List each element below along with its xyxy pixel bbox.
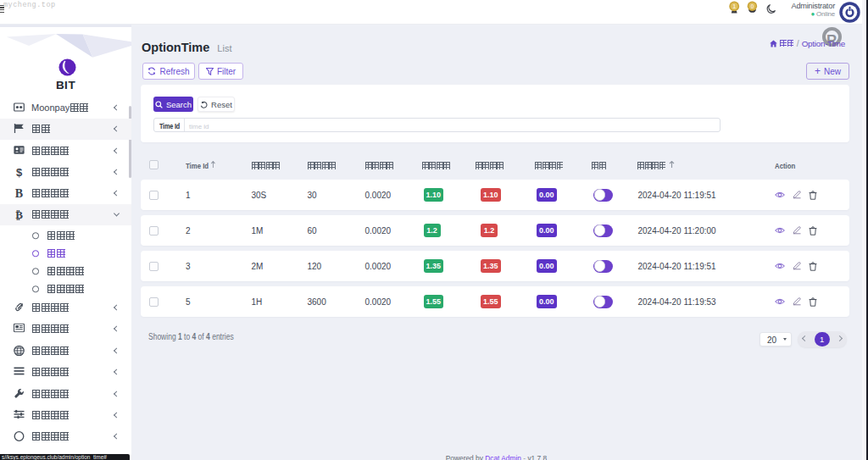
svg-text:1: 1 bbox=[732, 3, 736, 9]
svg-text:0: 0 bbox=[750, 3, 754, 9]
